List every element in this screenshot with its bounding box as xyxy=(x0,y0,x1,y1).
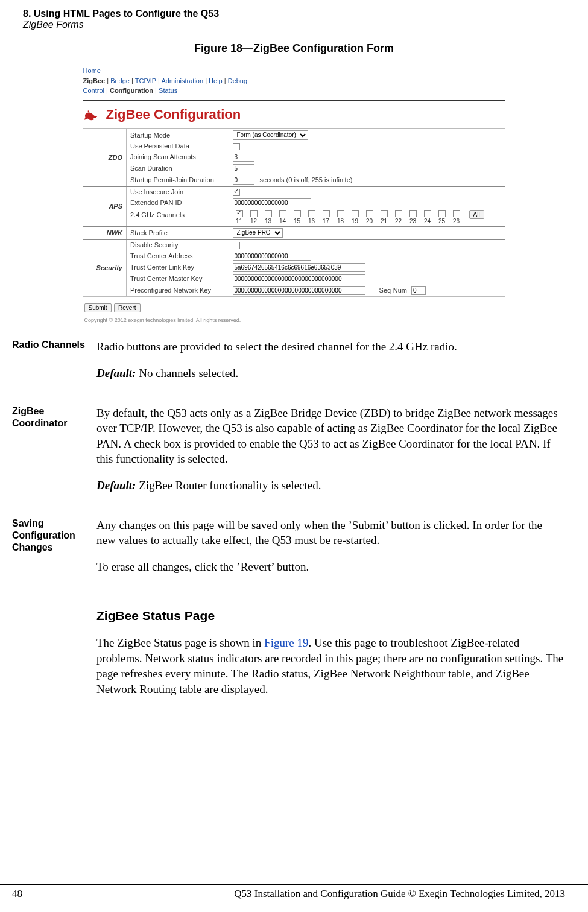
tc-master-key-input[interactable] xyxy=(233,274,365,283)
channel-15-checkbox[interactable] xyxy=(294,210,301,217)
lbl-disable-security: Disable Security xyxy=(127,239,229,250)
form-copyright: Copyright © 2012 exegin technologies lim… xyxy=(83,315,505,323)
lizard-icon xyxy=(83,107,100,122)
channel-16-checkbox[interactable] xyxy=(308,210,315,217)
lbl-permit-join: Startup Permit-Join Duration xyxy=(127,174,229,186)
crumb-debug[interactable]: Debug xyxy=(228,77,247,84)
tc-link-key-input[interactable] xyxy=(233,263,365,272)
lbl-preconf-key: Preconfigured Network Key xyxy=(127,285,229,297)
channel-20-checkbox[interactable] xyxy=(366,210,373,217)
crumb-status[interactable]: Status xyxy=(159,87,177,94)
channel-22-checkbox[interactable] xyxy=(395,210,402,217)
page-number: 48 xyxy=(12,888,22,900)
crumb-tcpip[interactable]: TCP/IP xyxy=(135,77,156,84)
channel-13-checkbox[interactable] xyxy=(265,210,272,217)
form-title: ZigBee Configuration xyxy=(106,107,241,122)
insecure-join-checkbox[interactable] xyxy=(233,189,240,196)
channel-22-label: 22 xyxy=(395,218,402,224)
figure-19-xref[interactable]: Figure 19 xyxy=(264,636,308,649)
revert-button[interactable]: Revert xyxy=(114,303,140,312)
channel-21-label: 21 xyxy=(381,218,387,224)
channel-12-label: 12 xyxy=(250,218,257,224)
zigbee-config-form: Home ZigBee | Bridge | TCP/IP | Administ… xyxy=(83,62,505,323)
coord-default: Default: ZigBee Router functionality is … xyxy=(96,478,564,493)
epanid-input[interactable] xyxy=(233,198,311,207)
channel-18-label: 18 xyxy=(337,218,344,224)
lbl-startup-mode: Startup Mode xyxy=(127,128,229,141)
channel-19-checkbox[interactable] xyxy=(352,210,359,217)
crumb-home[interactable]: Home xyxy=(83,67,101,74)
crumb-bridge[interactable]: Bridge xyxy=(110,77,130,84)
saving-text-2: To erase all changes, click the ’Revert’… xyxy=(96,559,564,575)
channel-25-label: 25 xyxy=(438,218,445,224)
disable-security-checkbox[interactable] xyxy=(233,242,240,249)
channel-11-checkbox[interactable] xyxy=(236,210,243,217)
channel-26-checkbox[interactable] xyxy=(453,210,460,217)
channel-20-label: 20 xyxy=(366,218,373,224)
channel-13-label: 13 xyxy=(265,218,271,224)
channel-12-checkbox[interactable] xyxy=(250,210,258,217)
radio-default: Default: No channels selected. xyxy=(96,366,564,381)
lbl-tc-master-key: Trust Center Master Key xyxy=(127,273,229,285)
footer-text: Q53 Installation and Configuration Guide… xyxy=(234,888,565,900)
seqnum-input[interactable] xyxy=(411,286,426,295)
chapter-section: ZigBee Forms xyxy=(23,19,565,30)
coord-text: By default, the Q53 acts only as a ZigBe… xyxy=(96,405,564,467)
channel-17-label: 17 xyxy=(323,218,329,224)
channel-21-checkbox[interactable] xyxy=(381,210,388,217)
all-channels-button[interactable]: All xyxy=(469,210,484,219)
channel-23-label: 23 xyxy=(409,218,416,224)
side-label-saving: Saving Configuration Changes xyxy=(12,518,96,554)
lbl-channels: 2.4 GHz Channels xyxy=(127,209,229,226)
crumb-control[interactable]: Control xyxy=(83,87,104,94)
side-label-radio: Radio Channels xyxy=(12,339,96,351)
lbl-joining-scan: Joining Scan Attempts xyxy=(127,151,229,163)
section-security: Security xyxy=(83,239,127,297)
lbl-stack-profile: Stack Profile xyxy=(127,226,229,239)
channel-17-checkbox[interactable] xyxy=(323,210,330,217)
crumb-configuration[interactable]: Configuration xyxy=(110,87,153,94)
persistent-checkbox[interactable] xyxy=(233,143,240,150)
channel-19-label: 19 xyxy=(352,218,358,224)
lbl-epanid: Extended PAN ID xyxy=(127,197,229,209)
channel-14-label: 14 xyxy=(279,218,286,224)
saving-text-1: Any changes on this page will be saved o… xyxy=(96,518,564,548)
side-label-coordinator: ZigBee Coordinator xyxy=(12,405,96,429)
scan-duration-input[interactable] xyxy=(233,164,254,173)
channel-25-checkbox[interactable] xyxy=(438,210,446,217)
figure-caption: Figure 18—ZigBee Configuration Form xyxy=(0,42,588,55)
stack-profile-select[interactable]: ZigBee PRO xyxy=(233,228,283,238)
radio-text: Radio buttons are provided to select the… xyxy=(96,339,564,355)
submit-button[interactable]: Submit xyxy=(84,303,112,312)
breadcrumb: Home ZigBee | Bridge | TCP/IP | Administ… xyxy=(83,62,505,98)
status-heading: ZigBee Status Page xyxy=(96,607,564,624)
chapter-title: 8. Using HTML Pages to Configure the Q53 xyxy=(23,8,565,19)
lbl-persistent: Use Persistent Data xyxy=(127,141,229,151)
status-text: The ZigBee Status page is shown in Figur… xyxy=(96,635,564,697)
channel-11-label: 11 xyxy=(236,218,242,224)
lbl-scan-duration: Scan Duration xyxy=(127,163,229,174)
channel-26-label: 26 xyxy=(453,218,460,224)
lbl-tc-address: Trust Center Address xyxy=(127,250,229,262)
channel-24-label: 24 xyxy=(424,218,431,224)
channel-18-checkbox[interactable] xyxy=(337,210,344,217)
channel-23-checkbox[interactable] xyxy=(409,210,417,217)
preconf-key-input[interactable] xyxy=(233,286,365,295)
channel-15-label: 15 xyxy=(294,218,300,224)
permit-join-hint: seconds (0 is off, 255 is infinite) xyxy=(260,176,353,183)
tc-address-input[interactable] xyxy=(233,252,311,261)
permit-join-input[interactable] xyxy=(233,176,254,185)
channel-14-checkbox[interactable] xyxy=(279,210,286,217)
section-aps: APS xyxy=(83,186,127,226)
crumb-admin[interactable]: Administration xyxy=(161,77,203,84)
crumb-help[interactable]: Help xyxy=(209,77,223,84)
lbl-insecure-join: Use Insecure Join xyxy=(127,186,229,197)
lbl-tc-link-key: Trust Center Link Key xyxy=(127,262,229,273)
crumb-zigbee[interactable]: ZigBee xyxy=(83,77,106,84)
section-zdo: ZDO xyxy=(83,128,127,186)
startup-mode-select[interactable]: Form (as Coordinator) xyxy=(233,130,308,140)
section-nwk: NWK xyxy=(83,226,127,239)
lbl-seqnum: Seq-Num xyxy=(379,287,407,294)
channel-24-checkbox[interactable] xyxy=(424,210,431,217)
joining-scan-input[interactable] xyxy=(233,153,254,162)
